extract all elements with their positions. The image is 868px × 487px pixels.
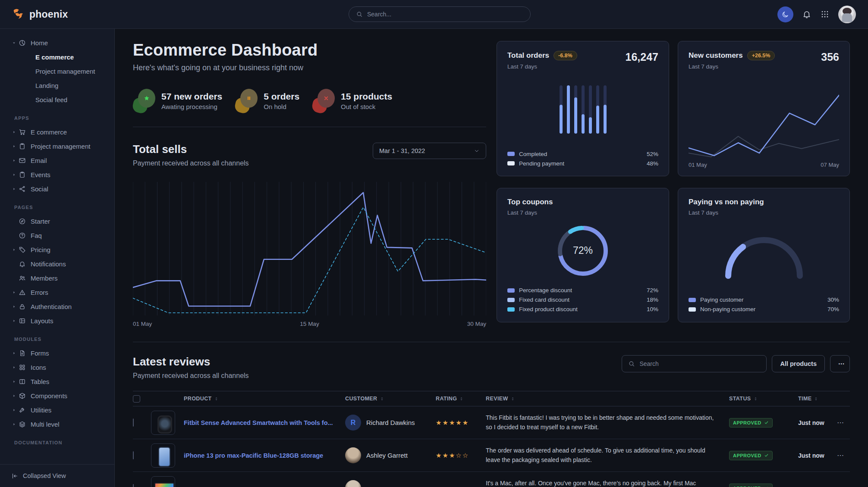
legend-value: 18% xyxy=(647,297,658,303)
sidebar-subitem-project-management[interactable]: Project management xyxy=(0,64,114,78)
customer-avatar[interactable] xyxy=(345,447,361,463)
theme-toggle-button[interactable] xyxy=(777,6,793,22)
reviews-more-button[interactable]: ⋯ xyxy=(830,355,850,372)
paying-legend: Paying customer30%Non-paying customer70% xyxy=(689,295,839,314)
legend-item: Completed52% xyxy=(507,149,658,159)
status-badge: APPROVED xyxy=(729,484,773,487)
row-actions-button[interactable]: ⋯ xyxy=(837,451,844,459)
sidebar-item-components[interactable]: Components xyxy=(0,389,114,403)
date-range-select[interactable]: Mar 1 - 31, 2022 xyxy=(373,143,486,159)
sort-icon xyxy=(214,396,219,401)
sort-icon xyxy=(753,396,758,401)
sidebar-subitem-social-feed[interactable]: Social feed xyxy=(0,93,114,107)
column-header-customer[interactable]: CUSTOMER xyxy=(345,396,436,402)
total-sells-chart xyxy=(133,182,486,315)
sidebar-item-utilities[interactable]: Utilities xyxy=(0,403,114,417)
product-link[interactable]: Fitbit Sense Advanced Smartwatch with To… xyxy=(184,419,333,426)
customer-cell: Ashley Garrett xyxy=(345,447,436,463)
customer-avatar[interactable] xyxy=(345,480,361,487)
product-thumbnail-phone[interactable] xyxy=(151,443,175,468)
sidebar-subitem-landing[interactable]: Landing xyxy=(0,78,114,93)
sidebar-subitem-e-commerce[interactable]: E commerce xyxy=(0,50,114,64)
wrench-icon xyxy=(19,406,31,414)
question-icon xyxy=(19,232,26,239)
sidebar-item-home[interactable]: Home xyxy=(0,36,114,50)
sidebar-item-icons[interactable]: Icons xyxy=(0,360,114,375)
sidebar-item-errors[interactable]: Errors xyxy=(0,285,114,300)
caret-right-icon xyxy=(12,408,19,412)
check-icon xyxy=(764,453,769,458)
global-search[interactable] xyxy=(349,6,531,22)
column-header-rating[interactable]: RATING xyxy=(436,396,486,402)
new-customers-card: New customers +26.5% Last 7 days 356 01 … xyxy=(678,41,850,176)
review-time: Just now xyxy=(798,452,837,459)
top-coupons-card: Top coupons Last 7 days 72% Percentage d… xyxy=(497,188,669,322)
sidebar-nav: HomeE commerceProject managementLandingS… xyxy=(0,29,114,464)
bar xyxy=(567,85,570,134)
total-sells-title: Total sells xyxy=(133,143,249,156)
product-link[interactable]: iPhone 13 pro max-Pacific Blue-128GB sto… xyxy=(184,452,323,459)
column-label: RATING xyxy=(436,396,457,402)
apps-menu-button[interactable] xyxy=(820,9,830,19)
bar xyxy=(574,85,577,134)
sidebar-item-label: Icons xyxy=(31,364,46,371)
sidebar-item-layouts[interactable]: Layouts xyxy=(0,314,114,328)
sidebar: HomeE commerceProject managementLandingS… xyxy=(0,29,115,487)
sort-icon xyxy=(380,396,384,401)
tag-icon xyxy=(19,246,26,253)
sidebar-item-social[interactable]: Social xyxy=(0,182,114,196)
stat-warning: 5 ordersOn hold xyxy=(235,89,299,113)
product-thumbnail-watch[interactable] xyxy=(151,411,175,435)
sidebar-item-label: Components xyxy=(31,392,67,400)
cross-icon xyxy=(323,95,330,102)
sidebar-item-authentication[interactable]: Authentication xyxy=(0,300,114,314)
sidebar-item-forms[interactable]: Forms xyxy=(0,346,114,360)
caret-right-icon xyxy=(12,159,19,162)
sidebar-item-multi-level[interactable]: Multi level xyxy=(0,417,114,431)
sidebar-item-email[interactable]: Email xyxy=(0,153,114,168)
cross-blob-icon xyxy=(312,89,335,113)
sidebar-item-faq[interactable]: Faq xyxy=(0,228,114,243)
clipboard-icon xyxy=(19,171,26,178)
review-text: The order was delivered ahead of schedul… xyxy=(486,446,719,465)
sort-icon xyxy=(459,396,464,401)
sidebar-item-events[interactable]: Events xyxy=(0,168,114,182)
review-table-row: Fitbit Sense Advanced Smartwatch with To… xyxy=(133,406,850,439)
column-label: TIME xyxy=(798,396,811,402)
user-avatar[interactable] xyxy=(838,6,856,23)
brand[interactable]: phoenix xyxy=(12,8,68,21)
column-header-status[interactable]: STATUS xyxy=(729,396,798,402)
sidebar-item-project-management[interactable]: Project management xyxy=(0,139,114,153)
column-header-review[interactable]: REVIEW xyxy=(486,396,729,402)
select-all-checkbox[interactable] xyxy=(133,395,140,403)
legend-swatch xyxy=(507,307,515,312)
collapsed-view-toggle[interactable]: Collapsed View xyxy=(0,464,114,487)
notifications-button[interactable] xyxy=(802,9,811,19)
sidebar-item-label: Members xyxy=(31,275,58,282)
row-checkbox[interactable] xyxy=(133,418,134,427)
global-search-input[interactable] xyxy=(367,11,523,18)
row-actions-button[interactable]: ⋯ xyxy=(837,418,844,427)
column-header-product[interactable]: PRODUCT xyxy=(184,396,345,402)
all-products-button[interactable]: All products xyxy=(772,355,825,372)
column-header-time[interactable]: TIME xyxy=(798,396,837,402)
sidebar-item-e-commerce[interactable]: E commerce xyxy=(0,125,114,139)
sidebar-item-pricing[interactable]: Pricing xyxy=(0,243,114,257)
new-customers-change-badge: +26.5% xyxy=(747,51,775,60)
row-actions-button[interactable]: ⋯ xyxy=(837,484,844,487)
sidebar-item-notifications[interactable]: Notifications xyxy=(0,257,114,271)
sidebar-item-members[interactable]: Members xyxy=(0,271,114,285)
sidebar-item-starter[interactable]: Starter xyxy=(0,214,114,228)
page-title: Ecommerce Dashboard xyxy=(133,41,486,59)
product-thumbnail-laptop[interactable] xyxy=(151,476,175,487)
row-checkbox[interactable] xyxy=(133,484,134,487)
bell-icon xyxy=(19,260,26,268)
customer-avatar[interactable]: R xyxy=(345,415,361,431)
customer-cell xyxy=(345,480,436,487)
legend-item: Fixed product discount10% xyxy=(507,305,658,314)
reviews-search[interactable] xyxy=(622,355,767,372)
row-checkbox[interactable] xyxy=(133,451,134,459)
stat-success: 57 new ordersAwating processing xyxy=(133,89,222,113)
sidebar-item-tables[interactable]: Tables xyxy=(0,375,114,389)
reviews-search-input[interactable] xyxy=(639,360,760,367)
